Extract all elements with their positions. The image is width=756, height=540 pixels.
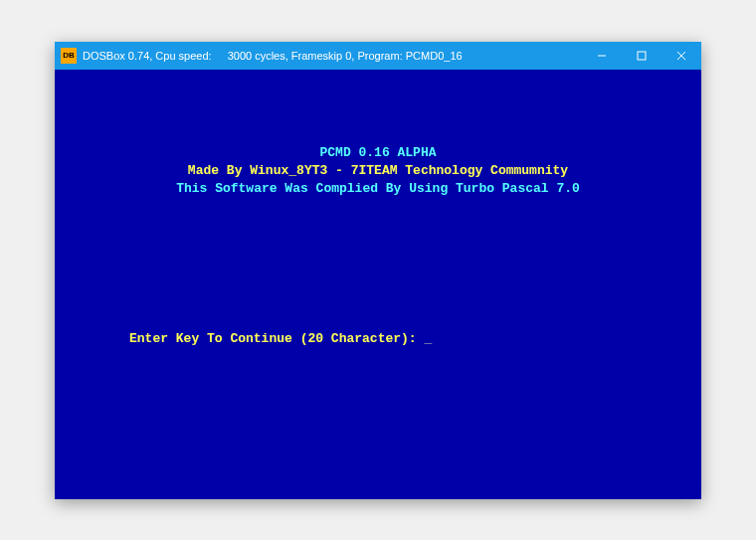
window-title-part2: 3000 cycles, Frameskip 0, Program: PCMD0… xyxy=(228,50,463,62)
minimize-button[interactable] xyxy=(582,42,622,70)
window-title-part1: DOSBox 0.74, Cpu speed: xyxy=(83,50,212,62)
close-button[interactable] xyxy=(662,42,701,70)
maximize-button[interactable] xyxy=(622,42,662,70)
window-frame: DB DOSBox 0.74, Cpu speed: 3000 cycles, … xyxy=(55,42,701,499)
dosbox-icon-label: DB xyxy=(63,52,75,60)
svg-rect-1 xyxy=(638,52,646,60)
prompt-label: Enter Key To Continue (20 Character): xyxy=(129,331,424,346)
minimize-icon xyxy=(597,51,607,61)
close-icon xyxy=(676,51,686,61)
program-author: Made By Winux_8YT3 - 7ITEAM Technology C… xyxy=(55,162,701,180)
text-cursor: _ xyxy=(424,331,432,346)
program-compile-info: This Software Was Complied By Using Turb… xyxy=(55,180,701,198)
maximize-icon xyxy=(637,51,647,61)
dos-content: PCMD 0.16 ALPHA Made By Winux_8YT3 - 7IT… xyxy=(55,70,701,499)
program-header: PCMD 0.16 ALPHA Made By Winux_8YT3 - 7IT… xyxy=(55,144,701,199)
titlebar[interactable]: DB DOSBox 0.74, Cpu speed: 3000 cycles, … xyxy=(55,42,701,70)
dosbox-icon: DB xyxy=(61,48,77,64)
input-prompt[interactable]: Enter Key To Continue (20 Character): _ xyxy=(129,330,432,348)
program-title: PCMD 0.16 ALPHA xyxy=(55,144,701,162)
dos-screen[interactable]: PCMD 0.16 ALPHA Made By Winux_8YT3 - 7IT… xyxy=(55,70,701,499)
window-controls xyxy=(582,42,701,70)
